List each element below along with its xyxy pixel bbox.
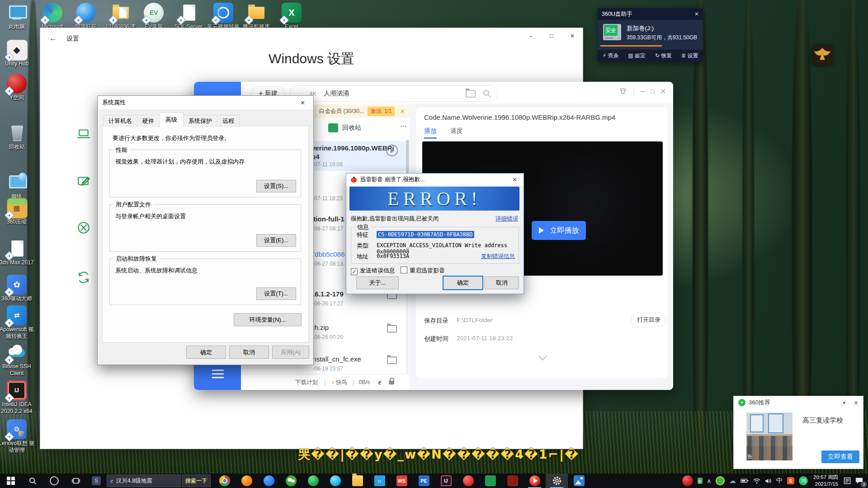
tray-usb-icon[interactable]: ψ <box>695 474 705 488</box>
search-go-button[interactable]: 搜索一下 <box>182 474 211 487</box>
tab-computer-name[interactable]: 计算机名 <box>103 115 137 127</box>
tray-notes-icon[interactable] <box>841 474 853 488</box>
taskbar-vscode-icon[interactable]: ‹› <box>368 474 391 488</box>
open-folder-icon[interactable] <box>387 325 397 333</box>
tab-advanced[interactable]: 高级 <box>159 113 184 127</box>
tray-wifi-icon[interactable] <box>751 474 763 488</box>
taskbar-chrome-icon[interactable] <box>213 474 236 488</box>
lock-icon[interactable] <box>389 380 394 385</box>
close-icon[interactable]: ✕ <box>660 87 666 95</box>
activate-badge[interactable]: 激活: 1/1 <box>368 107 394 116</box>
play-now-button[interactable]: 立即播放 <box>532 221 586 240</box>
taskbar-media-red-icon[interactable] <box>457 474 479 488</box>
desktop-icon-unity-hub[interactable]: ◆ Unity Hub <box>0 40 36 67</box>
tab-play[interactable]: 播放 <box>424 127 437 139</box>
desktop-icon-y-space[interactable]: Y空间 <box>0 74 36 101</box>
desktop-icon-tencent-video-lib[interactable]: 腾讯影视库 <box>237 3 275 30</box>
folder-star-icon[interactable] <box>466 90 476 98</box>
restore-button[interactable]: ↻ 恢复 <box>655 52 672 60</box>
minimize-icon[interactable]: – <box>520 33 541 39</box>
maximize-icon[interactable]: □ <box>541 33 562 39</box>
more-icon[interactable]: ⋯ <box>400 122 407 131</box>
taskbar-xunlei-player-icon[interactable] <box>524 474 546 488</box>
taskbar-settings-gear-icon[interactable] <box>546 474 568 488</box>
desktop-icon-network[interactable]: 网络 <box>0 173 36 200</box>
taskbar-wps-icon[interactable]: WS <box>391 474 413 488</box>
back-arrow-icon[interactable]: ← <box>49 34 57 43</box>
close-icon[interactable]: ✕ <box>562 33 583 39</box>
ie-icon[interactable]: e <box>378 378 382 387</box>
taskbar-clock[interactable]: 20:57 周四 2021/7/15 <box>810 474 841 488</box>
cancel-button[interactable]: 取消 <box>229 346 269 359</box>
taskbar-pe-icon[interactable]: PE <box>413 474 435 488</box>
desktop-icon-recycle-bin[interactable]: 回收站 <box>0 123 36 150</box>
minimize-icon[interactable]: – <box>641 87 645 95</box>
start-button[interactable] <box>0 474 22 488</box>
taskbar-photos-icon[interactable] <box>568 474 590 488</box>
thunder-search-bar[interactable]: 4K 人潮汹涌 <box>290 85 498 102</box>
taskbar-qq-icon[interactable] <box>324 474 346 488</box>
tray-ime-indicator[interactable]: 中 <box>774 474 785 488</box>
taskbar-intellij-icon[interactable]: IJ <box>435 474 457 488</box>
desktop-icon-3dsmax[interactable]: 3ds Max 2017 <box>0 239 36 266</box>
task-view-icon[interactable] <box>65 474 87 488</box>
cortana-icon[interactable] <box>43 474 65 488</box>
sync-category-icon[interactable] <box>76 270 91 286</box>
tray-battery-icon[interactable] <box>738 474 751 488</box>
scan-button[interactable]: ⚡ 查杀 <box>602 52 618 60</box>
desktop-icon-ev-recorder[interactable]: EV EV录屏 <box>135 3 173 30</box>
checkbox-checked[interactable]: ✓ <box>351 268 358 275</box>
env-variables-button[interactable]: 环境变量(N)... <box>234 313 302 326</box>
chevron-down-icon[interactable] <box>540 353 546 361</box>
restart-checkbox[interactable]: 重启迅雷影音 <box>401 267 445 275</box>
desktop-icon-360zip[interactable]: ▦ 360压缩 <box>0 198 36 225</box>
tray-cloud-pause-icon[interactable]: ☁ <box>727 474 738 488</box>
profile-settings-button[interactable]: 设置(E)... <box>256 234 296 247</box>
desktop-icon-folder-13180896[interactable]: 13180896 李 <box>102 3 140 30</box>
taskbar-search-box[interactable]: e 汉川4.8级地震 <box>107 474 181 487</box>
tab-remote[interactable]: 远程 <box>217 115 240 127</box>
cancel-button[interactable]: 取消 <box>485 277 519 289</box>
search-icon[interactable] <box>483 89 491 98</box>
desktop-icon-apowersoft[interactable]: ⇄ Apowersoft 视频转换王 <box>0 305 36 339</box>
desktop-icon-excel[interactable]: X Excel <box>273 3 311 30</box>
tray-360-icon[interactable] <box>713 474 727 488</box>
open-dir-button[interactable]: 打开目录 <box>631 313 666 327</box>
desktop-icon-sql-server[interactable]: SQL Server <box>170 3 208 30</box>
tab-speed[interactable]: 速度 <box>450 127 463 135</box>
identify-button[interactable]: ▤ 鉴定 <box>628 52 646 60</box>
taskbar-darkred-app-icon[interactable] <box>501 474 524 488</box>
play-circle-icon[interactable] <box>386 145 398 156</box>
maximize-icon[interactable]: □ <box>651 88 654 95</box>
tray-volume-icon[interactable] <box>763 474 774 488</box>
desktop-icon-360-driver[interactable]: ✿ 360驱动大师 <box>0 275 36 302</box>
taskbar-search-icon[interactable] <box>22 474 43 488</box>
taskbar-360-browser-icon[interactable] <box>302 474 324 488</box>
tray-yspace-icon[interactable] <box>680 474 695 488</box>
desktop-icon-fengyun-converter[interactable]: 风云视频转换 <box>204 3 242 30</box>
taskbar-firefox-icon[interactable] <box>236 474 258 488</box>
checkbox-unchecked[interactable] <box>401 267 407 273</box>
tab-hardware[interactable]: 硬件 <box>137 115 160 127</box>
close-icon[interactable]: ✕ <box>510 176 519 183</box>
performance-settings-button[interactable]: 设置(S)... <box>256 180 296 192</box>
download-plan[interactable]: 下载计划 <box>295 379 318 386</box>
classroom-photo[interactable]: 告 <box>746 413 793 460</box>
desktop-icon-aliwangwang[interactable]: 阿里旺旺 <box>67 3 105 30</box>
skin-shirt-icon[interactable] <box>619 87 627 95</box>
desktop-icon-intellij[interactable]: IJ IntelliJ IDEA 2020.2.2 x64 <box>0 380 36 414</box>
copy-error-link[interactable]: 复制错误信息 <box>481 253 515 260</box>
startup-settings-button[interactable]: 设置(T)... <box>256 287 296 300</box>
tray-sogou-icon[interactable]: S <box>785 474 797 488</box>
xbox-category-icon[interactable] <box>76 221 91 237</box>
about-button[interactable]: 关于... <box>356 277 399 289</box>
send-error-checkbox[interactable]: ✓发送错误信息 <box>351 267 395 275</box>
action-center-icon[interactable]: 3 <box>853 474 865 488</box>
close-icon[interactable]: ✕ <box>694 11 699 17</box>
pinned-app-unknown[interactable]: S <box>87 474 106 488</box>
ok-button[interactable]: 确定 <box>186 346 226 359</box>
dropdown-icon[interactable]: ▼ <box>842 400 846 405</box>
banner-close-icon[interactable]: ✕ <box>400 108 405 115</box>
close-icon[interactable]: ✕ <box>297 99 309 106</box>
taskbar-thunder-icon[interactable] <box>258 474 280 488</box>
